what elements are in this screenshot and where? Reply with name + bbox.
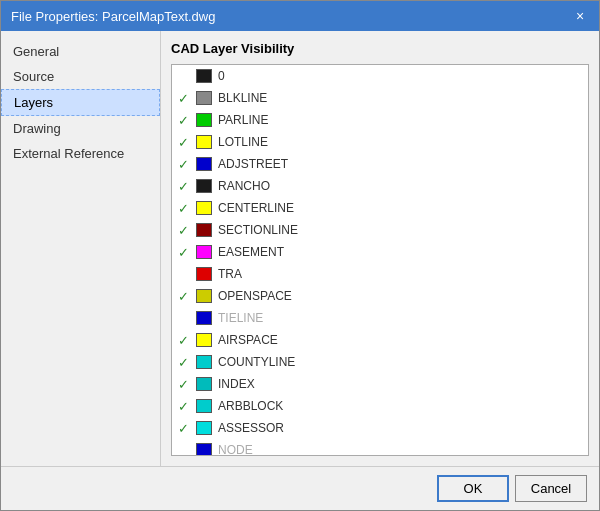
- layer-check-icon: ✓: [178, 91, 196, 106]
- layer-name: ADJSTREET: [218, 157, 288, 171]
- sidebar: GeneralSourceLayersDrawingExternal Refer…: [1, 31, 161, 466]
- layer-name: TIELINE: [218, 311, 263, 325]
- sidebar-item-drawing[interactable]: Drawing: [1, 116, 160, 141]
- layer-color-box: [196, 399, 212, 413]
- layer-check-icon: ✓: [178, 113, 196, 128]
- layer-row[interactable]: ✓CENTERLINE: [172, 197, 588, 219]
- layer-color-box: [196, 157, 212, 171]
- layer-check-icon: ✓: [178, 179, 196, 194]
- layer-check-icon: ✓: [178, 201, 196, 216]
- sidebar-item-layers[interactable]: Layers: [1, 89, 160, 116]
- layer-check-icon: ✓: [178, 377, 196, 392]
- layer-row[interactable]: ✓ARBBLOCK: [172, 395, 588, 417]
- layer-name: AIRSPACE: [218, 333, 278, 347]
- layer-name: 0: [218, 69, 225, 83]
- layer-color-box: [196, 355, 212, 369]
- layer-check-icon: ✓: [178, 289, 196, 304]
- sidebar-item-external-reference[interactable]: External Reference: [1, 141, 160, 166]
- layer-color-box: [196, 223, 212, 237]
- layer-name: OPENSPACE: [218, 289, 292, 303]
- layer-color-box: [196, 267, 212, 281]
- layer-check-icon: ✓: [178, 399, 196, 414]
- ok-button[interactable]: OK: [437, 475, 509, 502]
- layer-color-box: [196, 113, 212, 127]
- layer-row[interactable]: ✓BLKLINE: [172, 87, 588, 109]
- layer-row[interactable]: NODE: [172, 439, 588, 456]
- layer-name: RANCHO: [218, 179, 270, 193]
- layer-check-icon: ✓: [178, 421, 196, 436]
- layer-row[interactable]: ✓COUNTYLINE: [172, 351, 588, 373]
- title-bar: File Properties: ParcelMapText.dwg ×: [1, 1, 599, 31]
- sidebar-item-source[interactable]: Source: [1, 64, 160, 89]
- layer-name: ARBBLOCK: [218, 399, 283, 413]
- layer-row[interactable]: ✓EASEMENT: [172, 241, 588, 263]
- layer-row[interactable]: TRA: [172, 263, 588, 285]
- layer-color-box: [196, 443, 212, 456]
- layer-row[interactable]: ✓SECTIONLINE: [172, 219, 588, 241]
- layers-list[interactable]: 0✓BLKLINE✓PARLINE✓LOTLINE✓ADJSTREET✓RANC…: [171, 64, 589, 456]
- layer-row[interactable]: ✓OPENSPACE: [172, 285, 588, 307]
- layer-name: EASEMENT: [218, 245, 284, 259]
- layer-color-box: [196, 179, 212, 193]
- layer-color-box: [196, 201, 212, 215]
- dialog-title: File Properties: ParcelMapText.dwg: [11, 9, 215, 24]
- layer-check-icon: ✓: [178, 135, 196, 150]
- layer-row[interactable]: ✓LOTLINE: [172, 131, 588, 153]
- layer-name: CENTERLINE: [218, 201, 294, 215]
- section-title: CAD Layer Visibility: [171, 41, 589, 56]
- layer-row[interactable]: ✓RANCHO: [172, 175, 588, 197]
- layer-row[interactable]: 0: [172, 65, 588, 87]
- layer-color-box: [196, 333, 212, 347]
- close-button[interactable]: ×: [571, 7, 589, 25]
- layer-row[interactable]: ✓INDEX: [172, 373, 588, 395]
- layer-check-icon: ✓: [178, 157, 196, 172]
- sidebar-item-general[interactable]: General: [1, 39, 160, 64]
- layer-check-icon: ✓: [178, 223, 196, 238]
- layer-name: SECTIONLINE: [218, 223, 298, 237]
- layer-color-box: [196, 311, 212, 325]
- layer-color-box: [196, 421, 212, 435]
- layer-name: TRA: [218, 267, 242, 281]
- dialog-footer: OK Cancel: [1, 466, 599, 510]
- layer-check-icon: ✓: [178, 355, 196, 370]
- dialog-body: GeneralSourceLayersDrawingExternal Refer…: [1, 31, 599, 466]
- layer-row[interactable]: ✓ASSESSOR: [172, 417, 588, 439]
- layer-name: ASSESSOR: [218, 421, 284, 435]
- layer-check-icon: ✓: [178, 245, 196, 260]
- layer-row[interactable]: ✓PARLINE: [172, 109, 588, 131]
- cancel-button[interactable]: Cancel: [515, 475, 587, 502]
- main-content: CAD Layer Visibility 0✓BLKLINE✓PARLINE✓L…: [161, 31, 599, 466]
- layer-name: BLKLINE: [218, 91, 267, 105]
- layer-name: COUNTYLINE: [218, 355, 295, 369]
- layer-name: INDEX: [218, 377, 255, 391]
- layer-name: NODE: [218, 443, 253, 456]
- layer-row[interactable]: ✓AIRSPACE: [172, 329, 588, 351]
- layer-color-box: [196, 289, 212, 303]
- layer-name: PARLINE: [218, 113, 268, 127]
- layer-color-box: [196, 245, 212, 259]
- layer-row[interactable]: ✓ADJSTREET: [172, 153, 588, 175]
- layer-name: LOTLINE: [218, 135, 268, 149]
- layer-color-box: [196, 69, 212, 83]
- layer-check-icon: ✓: [178, 333, 196, 348]
- file-properties-dialog: File Properties: ParcelMapText.dwg × Gen…: [0, 0, 600, 511]
- layer-color-box: [196, 135, 212, 149]
- layer-row[interactable]: TIELINE: [172, 307, 588, 329]
- layer-color-box: [196, 377, 212, 391]
- layer-color-box: [196, 91, 212, 105]
